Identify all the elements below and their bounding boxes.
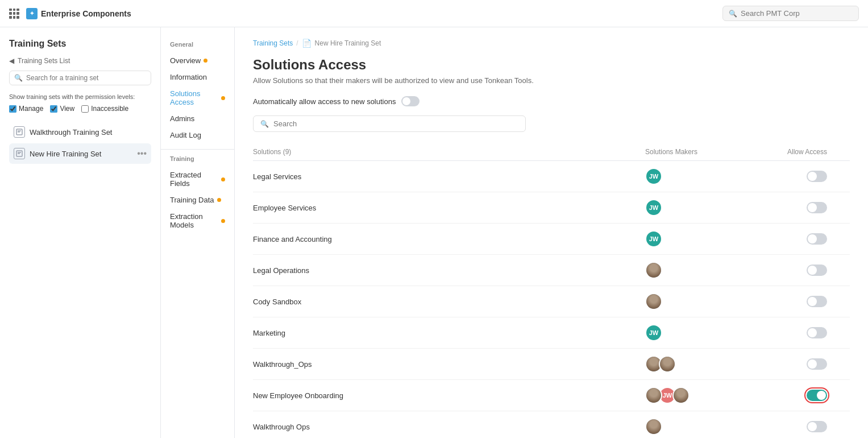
solution-name: Walkthrough_Ops <box>253 360 645 369</box>
table-row: Legal Services JW <box>253 161 850 192</box>
sidebar-search-icon: 🔍 <box>14 74 23 82</box>
access-toggle[interactable] <box>807 421 827 432</box>
perm-manage[interactable]: Manage <box>9 105 43 113</box>
sidebar-item-newhire[interactable]: New Hire Training Set ••• <box>9 143 151 164</box>
search-icon: 🔍 <box>729 10 737 18</box>
avatar-group: JW <box>645 387 690 404</box>
app-logo: ✦ Enterprise Components <box>26 8 131 19</box>
sidebar-search-box[interactable]: 🔍 <box>9 71 151 85</box>
more-options-icon[interactable]: ••• <box>137 148 147 159</box>
middle-nav: General Overview Information Solutions A… <box>161 27 235 438</box>
solution-name: Walkthrough Ops <box>253 423 645 431</box>
table-row: Employee Services JW <box>253 192 850 224</box>
breadcrumb-root[interactable]: Training Sets <box>253 39 293 47</box>
sidebar-search-input[interactable] <box>26 74 146 82</box>
nav-training-data[interactable]: Training Data <box>161 192 234 208</box>
topbar: ✦ Enterprise Components 🔍 <box>0 0 868 27</box>
row-makers: JW <box>645 387 770 404</box>
table-row: Walkthrough Ops <box>253 411 850 438</box>
nav-divider <box>161 149 234 150</box>
breadcrumb: Training Sets / 📄 New Hire Training Set <box>253 39 850 48</box>
nav-extraction-models-label: Extraction Models <box>170 212 218 229</box>
access-toggle[interactable] <box>807 233 827 245</box>
access-toggle[interactable] <box>807 358 827 370</box>
nav-overview[interactable]: Overview <box>161 52 234 69</box>
nav-audit-log[interactable]: Audit Log <box>161 127 234 143</box>
row-makers <box>645 418 770 435</box>
row-access <box>770 421 850 432</box>
perm-view[interactable]: View <box>50 105 74 113</box>
row-access <box>770 358 850 370</box>
solution-name: Employee Services <box>253 204 645 212</box>
solutions-search-input[interactable] <box>273 119 518 128</box>
row-access <box>770 327 850 338</box>
nav-audit-log-label: Audit Log <box>170 131 201 139</box>
nav-solutions-access[interactable]: Solutions Access <box>161 85 234 110</box>
solutions-search-icon: 🔍 <box>260 120 269 128</box>
nav-admins[interactable]: Admins <box>161 110 234 127</box>
solutions-search-box[interactable]: 🔍 <box>253 115 526 132</box>
extracted-fields-dot <box>221 177 225 181</box>
avatar <box>645 262 662 279</box>
row-access <box>770 202 850 213</box>
table-header: Solutions (9) Solutions Makers Allow Acc… <box>253 143 850 161</box>
permission-label: Show training sets with the permission l… <box>9 93 151 100</box>
global-search-input[interactable] <box>741 9 853 18</box>
solution-name: Legal Operations <box>253 266 645 275</box>
main-layout: Training Sets ◀ Training Sets List 🔍 Sho… <box>0 27 868 438</box>
avatar <box>645 418 662 435</box>
access-toggle[interactable] <box>807 171 827 182</box>
solution-name: New Employee Onboarding <box>253 391 645 400</box>
access-toggle[interactable] <box>807 296 827 307</box>
nav-information[interactable]: Information <box>161 69 234 85</box>
ts-icon-active <box>14 148 25 159</box>
nav-extraction-models[interactable]: Extraction Models <box>161 208 234 233</box>
back-label: Training Sets List <box>18 57 70 65</box>
general-section-title: General <box>161 41 234 48</box>
solution-name: Marketing <box>253 329 645 337</box>
overview-dot <box>203 59 207 63</box>
solutions-access-dot <box>221 96 225 100</box>
avatar: JW <box>645 230 662 247</box>
back-arrow-icon: ◀ <box>9 57 14 65</box>
table-row: New Employee Onboarding JW <box>253 380 850 411</box>
access-toggle[interactable] <box>807 265 827 276</box>
permission-checkboxes: Manage View Inaccessible <box>9 105 151 113</box>
grid-menu-icon[interactable] <box>9 9 19 19</box>
row-access <box>770 296 850 307</box>
access-toggle[interactable] <box>807 327 827 338</box>
table-row: Marketing JW <box>253 317 850 349</box>
avatar <box>672 387 690 404</box>
nav-extracted-fields[interactable]: Extracted Fields <box>161 167 234 192</box>
avatar <box>645 293 662 310</box>
sidebar-title: Training Sets <box>9 39 151 49</box>
access-toggle-active[interactable] <box>807 390 827 401</box>
back-to-list[interactable]: ◀ Training Sets List <box>9 57 151 65</box>
row-access <box>770 233 850 245</box>
avatar <box>645 387 662 404</box>
auto-allow-toggle[interactable] <box>401 96 420 106</box>
table-row: Walkthrough_Ops <box>253 349 850 380</box>
nav-information-label: Information <box>170 73 207 81</box>
page-description: Allow Solutions so that their makers wil… <box>253 76 850 85</box>
breadcrumb-separator: / <box>296 39 298 47</box>
breadcrumb-current: New Hire Training Set <box>315 39 381 47</box>
nav-solutions-access-label: Solutions Access <box>170 89 218 106</box>
global-search[interactable]: 🔍 <box>722 6 859 21</box>
nav-extracted-fields-label: Extracted Fields <box>170 171 218 188</box>
solution-name: Cody Sandbox <box>253 297 645 306</box>
access-toggle[interactable] <box>807 202 827 213</box>
avatar <box>659 356 676 373</box>
perm-inaccessible[interactable]: Inaccessible <box>81 105 128 113</box>
row-access <box>770 265 850 276</box>
row-makers: JW <box>645 324 770 341</box>
row-makers: JW <box>645 230 770 247</box>
table-row: Finance and Accounting JW <box>253 224 850 255</box>
row-access <box>770 390 850 401</box>
table-row: Legal Operations <box>253 255 850 286</box>
breadcrumb-icon: 📄 <box>302 39 312 48</box>
avatar: JW <box>645 168 662 185</box>
solution-name: Legal Services <box>253 172 645 181</box>
th-makers: Solutions Makers <box>645 148 770 156</box>
sidebar-item-walkthrough[interactable]: Walkthrough Training Set <box>9 122 151 142</box>
